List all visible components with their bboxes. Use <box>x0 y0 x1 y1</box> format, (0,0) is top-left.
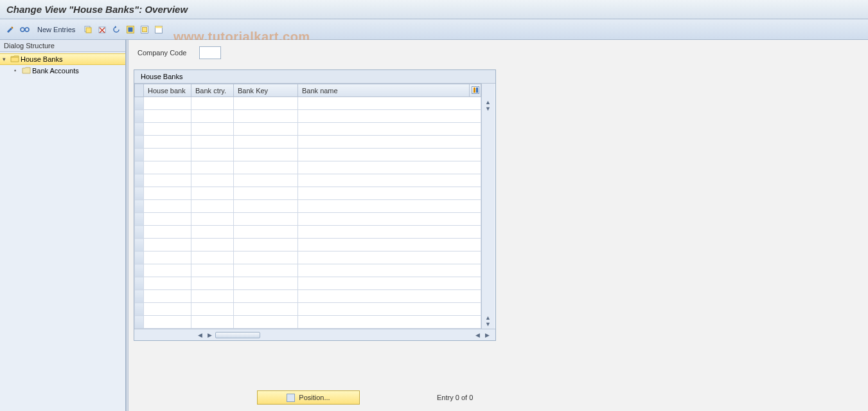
cell[interactable] <box>234 226 298 239</box>
row-selector[interactable] <box>135 239 144 251</box>
cell[interactable] <box>234 187 298 200</box>
scroll-right-end-icon[interactable]: ▶ <box>483 332 492 338</box>
row-selector[interactable] <box>135 290 144 303</box>
cell[interactable] <box>191 264 234 277</box>
cell[interactable] <box>144 136 191 149</box>
table-row[interactable] <box>135 213 481 226</box>
cell[interactable] <box>298 290 481 303</box>
table-row[interactable] <box>135 226 481 239</box>
cell[interactable] <box>191 226 234 239</box>
cell[interactable] <box>144 97 191 110</box>
table-row[interactable] <box>135 277 481 290</box>
expander-icon[interactable]: ▾ <box>3 56 9 62</box>
row-selector[interactable] <box>135 264 144 277</box>
cell[interactable] <box>191 277 234 290</box>
table-row[interactable] <box>135 97 481 110</box>
cell[interactable] <box>234 290 298 303</box>
cell[interactable] <box>234 264 298 277</box>
cell[interactable] <box>191 239 234 251</box>
cell[interactable] <box>298 136 481 149</box>
scroll-left-end-icon[interactable]: ◀ <box>196 332 204 338</box>
table-row[interactable] <box>135 264 481 277</box>
select-all-icon[interactable] <box>125 24 136 35</box>
cell[interactable] <box>191 149 234 161</box>
cell[interactable] <box>144 149 191 161</box>
cell[interactable] <box>191 110 234 123</box>
horizontal-scrollbar[interactable]: ◀ ▶ ◀ ▶ <box>134 329 495 340</box>
row-selector[interactable] <box>135 123 144 136</box>
cell[interactable] <box>234 200 298 213</box>
cell[interactable] <box>298 161 481 174</box>
table-row[interactable] <box>135 136 481 149</box>
table-row[interactable] <box>135 290 481 303</box>
cell[interactable] <box>234 110 298 123</box>
row-selector[interactable] <box>135 213 144 226</box>
table-row[interactable] <box>135 303 481 316</box>
cell[interactable] <box>234 136 298 149</box>
cell[interactable] <box>191 316 234 329</box>
cell[interactable] <box>298 110 481 123</box>
cell[interactable] <box>144 277 191 290</box>
cell[interactable] <box>298 149 481 161</box>
cell[interactable] <box>144 316 191 329</box>
select-block-icon[interactable] <box>139 24 150 35</box>
new-entries-button[interactable]: New Entries <box>33 24 79 35</box>
cell[interactable] <box>298 200 481 213</box>
table-row[interactable] <box>135 200 481 213</box>
cell[interactable] <box>298 213 481 226</box>
vertical-scrollbar[interactable]: ▲ ▼ ▲ ▼ <box>481 84 494 329</box>
cell[interactable] <box>144 174 191 187</box>
row-selector[interactable] <box>135 303 144 316</box>
col-bank-key[interactable]: Bank Key <box>234 84 298 97</box>
copy-as-icon[interactable] <box>83 24 93 35</box>
tree-item-house-banks[interactable]: ▾ House Banks <box>0 53 125 65</box>
cell[interactable] <box>234 174 298 187</box>
row-selector[interactable] <box>135 187 144 200</box>
cell[interactable] <box>191 303 234 316</box>
cell[interactable] <box>144 213 191 226</box>
cell[interactable] <box>191 123 234 136</box>
row-selector[interactable] <box>135 149 144 161</box>
row-selector[interactable] <box>135 251 144 264</box>
cell[interactable] <box>234 161 298 174</box>
cell[interactable] <box>298 187 481 200</box>
col-bank-ctry[interactable]: Bank ctry. <box>191 84 234 97</box>
cell[interactable] <box>298 277 481 290</box>
hscroll-thumb[interactable] <box>215 332 260 338</box>
cell[interactable] <box>298 123 481 136</box>
scroll-up-step-icon[interactable]: ▲ <box>485 315 491 321</box>
cell[interactable] <box>191 136 234 149</box>
tree-item-bank-accounts[interactable]: • Bank Accounts <box>0 65 125 77</box>
cell[interactable] <box>234 303 298 316</box>
cell[interactable] <box>144 187 191 200</box>
cell[interactable] <box>298 226 481 239</box>
table-row[interactable] <box>135 149 481 161</box>
cell[interactable] <box>191 200 234 213</box>
table-row[interactable] <box>135 161 481 174</box>
delete-icon[interactable] <box>97 24 107 35</box>
cell[interactable] <box>144 290 191 303</box>
table-row[interactable] <box>135 174 481 187</box>
row-selector-header[interactable] <box>135 84 144 97</box>
cell[interactable] <box>144 264 191 277</box>
row-selector[interactable] <box>135 174 144 187</box>
cell[interactable] <box>191 174 234 187</box>
cell[interactable] <box>191 187 234 200</box>
cell[interactable] <box>234 97 298 110</box>
row-selector[interactable] <box>135 161 144 174</box>
row-selector[interactable] <box>135 110 144 123</box>
undo-change-icon[interactable] <box>111 24 121 35</box>
other-entry-icon[interactable] <box>19 24 30 35</box>
cell[interactable] <box>144 303 191 316</box>
cell[interactable] <box>191 161 234 174</box>
cell[interactable] <box>298 97 481 110</box>
cell[interactable] <box>234 239 298 251</box>
scroll-down-step-icon[interactable]: ▼ <box>485 105 491 112</box>
cell[interactable] <box>234 251 298 264</box>
company-code-input[interactable] <box>199 46 221 59</box>
table-row[interactable] <box>135 123 481 136</box>
deselect-all-icon[interactable] <box>154 24 164 35</box>
cell[interactable] <box>234 149 298 161</box>
cell[interactable] <box>298 174 481 187</box>
table-row[interactable] <box>135 187 481 200</box>
